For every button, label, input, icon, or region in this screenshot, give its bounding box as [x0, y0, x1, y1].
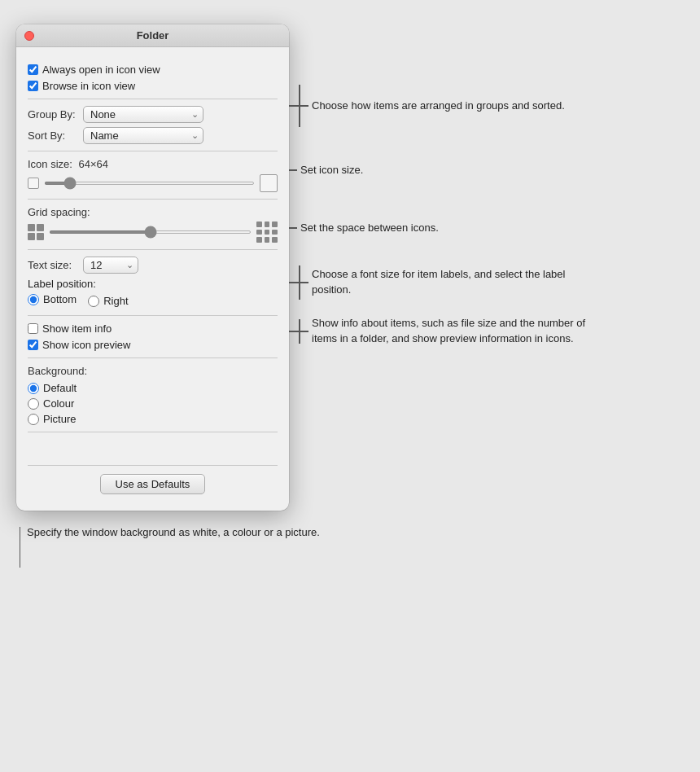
show-icon-preview-checkbox[interactable]: [28, 340, 38, 350]
window-title: Folder: [137, 29, 169, 42]
bracket-font-top: [299, 265, 300, 282]
label-position-options: Bottom Right: [28, 293, 278, 309]
show-item-info-label[interactable]: Show item info: [42, 322, 112, 335]
icon-size-value: 64×64: [79, 158, 109, 170]
group-by-row: Group By: None Name Kind Date Modified D…: [28, 106, 278, 123]
bg-colour-row: Colour: [28, 397, 278, 410]
bg-colour-label[interactable]: Colour: [43, 397, 74, 410]
close-button[interactable]: [24, 31, 34, 41]
text-size-select-wrapper: 10 11 12 13 14 15 16: [83, 257, 138, 274]
icon-size-h-line: [289, 169, 297, 171]
page-wrapper: Folder Always open in icon view Browse i…: [16, 24, 593, 568]
view-checkboxes-section: Always open in icon view Browse in icon …: [28, 57, 278, 99]
show-item-info-checkbox[interactable]: [28, 323, 38, 334]
grid-spacing-slider-row: [28, 222, 278, 243]
annotation-groups-sort: Choose how items are arranged in groups …: [289, 85, 593, 127]
right-radio-row: Right: [88, 295, 128, 307]
bracket-info-bot: [299, 332, 300, 344]
bracket-groups-sort: [289, 85, 300, 127]
annotation-groups-sort-text: Choose how items are arranged in groups …: [308, 99, 565, 114]
icon-size-large-icon: [260, 174, 278, 192]
always-open-label[interactable]: Always open in icon view: [42, 64, 160, 76]
bracket-info: [289, 319, 300, 344]
icon-size-section: Icon size: 64×64: [28, 151, 278, 200]
annotation-item-info-text: Show info about items, such as file size…: [308, 316, 593, 347]
spacer-3: [289, 236, 593, 265]
group-by-label: Group By:: [28, 108, 78, 121]
defaults-section: Use as Defaults: [28, 465, 278, 499]
browse-icon-row: Browse in icon view: [28, 80, 278, 92]
show-info-section: Show item info Show icon preview: [28, 316, 278, 358]
window-content: Always open in icon view Browse in icon …: [16, 47, 289, 511]
grid-small-icon: [28, 224, 44, 240]
bg-default-row: Default: [28, 382, 278, 394]
bg-picture-radio[interactable]: [28, 414, 39, 425]
label-bottom-label[interactable]: Bottom: [43, 293, 77, 305]
blank-area: [28, 432, 278, 465]
grid-spacing-label: Grid spacing:: [28, 206, 278, 218]
annotation-icon-size-text: Set icon size.: [297, 163, 363, 178]
show-item-info-row: Show item info: [28, 322, 278, 335]
spacer-1: [289, 127, 593, 163]
label-position-label: Label position:: [28, 278, 96, 290]
bottom-annotation: Specify the window background as white, …: [16, 525, 593, 568]
title-bar: Folder: [16, 24, 289, 47]
group-by-select[interactable]: None Name Kind Date Modified Date Create…: [83, 106, 203, 123]
bg-default-label[interactable]: Default: [43, 382, 77, 394]
bg-picture-row: Picture: [28, 413, 278, 425]
icon-size-slider-row: [28, 174, 278, 192]
main-layout: Folder Always open in icon view Browse i…: [16, 24, 593, 511]
bg-colour-radio[interactable]: [28, 398, 39, 410]
spacer-2: [289, 178, 593, 221]
annotation-background-text: Specify the window background as white, …: [27, 525, 320, 541]
font-h-line: [300, 282, 308, 283]
icon-size-text: Icon size:: [28, 158, 72, 170]
spacer-4: [289, 300, 593, 316]
grid-spacing-h-line: [289, 227, 297, 229]
sort-by-row: Sort By: Name Kind Date Modified Date Cr…: [28, 127, 278, 144]
grid-spacing-slider[interactable]: [49, 230, 252, 234]
bg-default-radio[interactable]: [28, 383, 39, 394]
annotation-grid-spacing: Set the space between icons.: [289, 221, 593, 236]
use-as-defaults-button[interactable]: Use as Defaults: [100, 474, 206, 494]
bg-picture-label[interactable]: Picture: [43, 413, 76, 425]
icon-size-label-row: Icon size: 64×64: [28, 158, 278, 170]
icon-size-slider[interactable]: [44, 182, 255, 185]
text-size-label: Text size:: [28, 259, 78, 271]
bracket-h-line: [300, 105, 308, 107]
text-size-select[interactable]: 10 11 12 13 14 15 16: [83, 257, 138, 274]
group-sort-section: Group By: None Name Kind Date Modified D…: [28, 99, 278, 151]
bracket-top-line: [299, 85, 300, 105]
browse-icon-checkbox[interactable]: [28, 81, 38, 91]
annotation-grid-spacing-text: Set the space between icons.: [297, 221, 439, 236]
label-position-container: Label position: Bottom Right: [28, 278, 278, 309]
sort-by-label: Sort By:: [28, 129, 78, 142]
annotation-font-label: Choose a font size for item labels, and …: [289, 265, 593, 300]
icon-size-small-icon: [28, 178, 39, 189]
background-section: Background: Default Colour Picture: [28, 358, 278, 432]
finder-info-window: Folder Always open in icon view Browse i…: [16, 24, 289, 511]
bracket-font: [289, 265, 300, 300]
window-column: Folder Always open in icon view Browse i…: [16, 24, 289, 511]
annotation-icon-size: Set icon size.: [289, 163, 593, 178]
annotation-item-info: Show info about items, such as file size…: [289, 316, 593, 347]
background-label: Background:: [28, 365, 278, 377]
label-right-label[interactable]: Right: [103, 295, 128, 307]
show-icon-preview-label[interactable]: Show icon preview: [42, 339, 130, 351]
grid-spacing-section: Grid spacing:: [28, 200, 278, 250]
bracket-info-top: [299, 319, 300, 331]
show-icon-preview-row: Show icon preview: [28, 339, 278, 351]
sort-by-select[interactable]: Name Kind Date Modified Date Created Siz…: [83, 127, 203, 144]
label-bottom-radio[interactable]: [28, 294, 39, 305]
annotation-font-label-text: Choose a font size for item labels, and …: [308, 267, 593, 298]
bracket-font-bot: [299, 283, 300, 300]
bottom-anno-line: [20, 527, 20, 568]
label-right-radio[interactable]: [88, 296, 99, 307]
bracket-bot-line: [299, 107, 300, 127]
group-by-select-wrapper: None Name Kind Date Modified Date Create…: [83, 106, 203, 123]
browse-icon-label[interactable]: Browse in icon view: [42, 80, 135, 92]
text-label-section: Text size: 10 11 12 13 14 15 16: [28, 250, 278, 316]
grid-large-icon: [256, 222, 278, 243]
text-size-row: Text size: 10 11 12 13 14 15 16: [28, 257, 278, 274]
always-open-checkbox[interactable]: [28, 64, 38, 75]
